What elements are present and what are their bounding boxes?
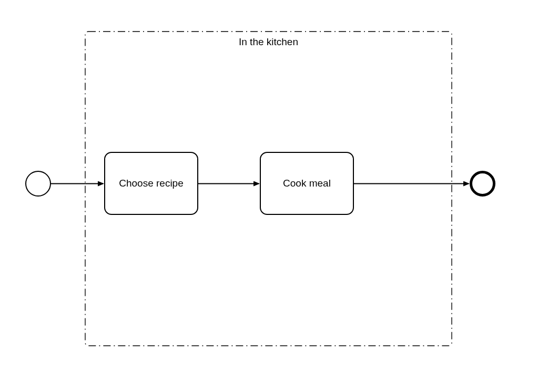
task-label: Choose recipe [119,177,184,190]
task-choose-recipe[interactable]: Choose recipe [104,152,198,215]
task-cook-meal[interactable]: Cook meal [260,152,354,215]
group-label: In the kitchen [239,36,298,48]
diagram-canvas: In the kitchen Choose recipe Cook meal [0,0,548,392]
task-label: Cook meal [283,177,331,190]
start-event[interactable] [25,171,51,197]
end-event[interactable] [470,171,495,197]
